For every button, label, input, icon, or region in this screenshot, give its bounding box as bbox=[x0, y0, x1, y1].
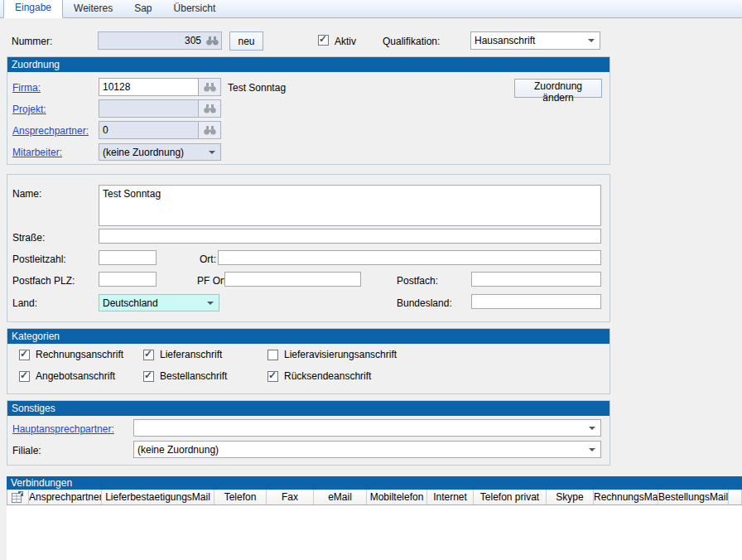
ansprechpartner-link[interactable]: Ansprechpartner: bbox=[12, 125, 89, 137]
angebotsanschrift-label: Angebotsanschrift bbox=[36, 370, 115, 382]
projekt-field bbox=[99, 99, 221, 118]
binoculars-search-icon[interactable] bbox=[203, 36, 221, 46]
qualifikation-select[interactable]: Hausanschrift bbox=[470, 31, 600, 50]
column-header-rechnungsmail[interactable]: RechnungsMa bbox=[594, 490, 658, 505]
nummer-field bbox=[98, 31, 222, 50]
checkbox-item-angebotsanschrift: Angebotsanschrift bbox=[19, 370, 115, 382]
postfach-input[interactable] bbox=[471, 272, 601, 287]
lieferavisierungsanschrift-label: Lieferavisierungsanschrift bbox=[284, 349, 397, 360]
hauptansprechpartner-select[interactable] bbox=[133, 419, 601, 437]
column-header-skype[interactable]: Skype bbox=[547, 490, 594, 505]
bestellanschrift-label: Bestellanschrift bbox=[160, 370, 227, 382]
ansprechpartner-field bbox=[99, 121, 221, 139]
rechnungsanschrift-checkbox[interactable] bbox=[19, 350, 30, 360]
verbindungen-table-header: Ansprechpartner LieferbestaetigungsMail … bbox=[7, 490, 742, 505]
chevron-down-icon bbox=[209, 151, 215, 154]
land-select[interactable]: Deutschland bbox=[99, 294, 219, 311]
firma-display-name: Test Sonntag bbox=[228, 82, 286, 94]
column-header-mobiltelefon[interactable]: Mobiltelefon bbox=[367, 490, 427, 505]
column-header-telefon[interactable]: Telefon bbox=[214, 490, 267, 505]
sonstiges-section-header: Sonstiges bbox=[7, 401, 610, 416]
column-header-filler bbox=[729, 490, 742, 505]
lieferanschrift-label: Lieferanschrift bbox=[160, 349, 222, 360]
zuordnung-section-header: Zuordnung bbox=[7, 57, 610, 72]
sonstiges-section: Sonstiges Hauptansprechpartner: Filiale:… bbox=[7, 400, 610, 466]
verbindungen-section: Verbindungen Ansprechpartner Lieferbesta… bbox=[7, 476, 742, 560]
postleitzahl-input[interactable] bbox=[99, 250, 157, 265]
chevron-down-icon bbox=[588, 39, 595, 42]
tab-strip: Eingabe Weiteres Sap Übersicht bbox=[0, 0, 742, 18]
verbindungen-table-body[interactable] bbox=[7, 505, 742, 560]
kategorien-section: Kategorien Rechnungsanschrift Lieferansc… bbox=[7, 328, 610, 394]
column-header-bestellungsmail[interactable]: BestellungsMail bbox=[658, 490, 729, 505]
bundesland-input[interactable] bbox=[471, 294, 601, 309]
strasse-label: Straße: bbox=[12, 232, 45, 244]
qualifikation-value: Hausanschrift bbox=[475, 35, 535, 46]
zuordnung-aendern-button[interactable]: Zuordnung ändern bbox=[514, 79, 602, 98]
tab-weiteres[interactable]: Weiteres bbox=[63, 0, 123, 17]
ansprechpartner-binoculars-icon[interactable] bbox=[199, 121, 221, 139]
angebotsanschrift-checkbox[interactable] bbox=[19, 371, 30, 382]
tab-eingabe[interactable]: Eingabe bbox=[3, 0, 63, 18]
name-textarea[interactable]: Test Sonntag bbox=[99, 185, 601, 226]
column-header-internet[interactable]: Internet bbox=[427, 490, 474, 505]
land-value: Deutschland bbox=[103, 297, 158, 309]
hauptansprechpartner-link[interactable]: Hauptansprechpartner: bbox=[12, 423, 114, 435]
checkbox-item-bestellanschrift: Bestellanschrift bbox=[143, 370, 227, 382]
qualifikation-label: Qualifikation: bbox=[383, 36, 440, 47]
zuordnung-section: Zuordnung Firma: Test Sonntag Zuordnung … bbox=[7, 56, 610, 165]
verbindungen-section-header: Verbindungen bbox=[7, 476, 742, 490]
postfach-label: Postfach: bbox=[397, 275, 438, 287]
tab-sap[interactable]: Sap bbox=[123, 0, 162, 17]
ruecksendeanschrift-checkbox[interactable] bbox=[267, 371, 278, 382]
firma-input[interactable] bbox=[99, 78, 199, 96]
column-header-telefon-privat[interactable]: Telefon privat bbox=[474, 490, 547, 505]
chevron-down-icon bbox=[207, 302, 214, 305]
mitarbeiter-link[interactable]: Mitarbeiter: bbox=[12, 147, 62, 158]
aktiv-label: Aktiv bbox=[335, 36, 356, 47]
lieferavisierungsanschrift-checkbox[interactable] bbox=[267, 350, 278, 360]
mitarbeiter-select[interactable]: (keine Zuordnung) bbox=[99, 143, 221, 161]
aktiv-checkbox[interactable] bbox=[318, 35, 329, 46]
postfach-plz-input[interactable] bbox=[99, 272, 157, 287]
checkbox-item-lieferanschrift: Lieferanschrift bbox=[143, 349, 222, 360]
bestellanschrift-checkbox[interactable] bbox=[143, 371, 154, 382]
strasse-input[interactable] bbox=[99, 229, 601, 244]
ansprechpartner-input[interactable] bbox=[99, 121, 199, 139]
grid-record-icon bbox=[12, 491, 24, 503]
address-form-page: Eingabe Weiteres Sap Übersicht Nummer: n… bbox=[0, 0, 742, 560]
firma-binoculars-icon[interactable] bbox=[199, 78, 221, 96]
column-header-ansprechpartner[interactable]: Ansprechpartner bbox=[29, 490, 102, 505]
ort-label: Ort: bbox=[200, 253, 216, 265]
projekt-binoculars-icon[interactable] bbox=[199, 99, 221, 118]
pf-ort-input[interactable] bbox=[224, 272, 361, 287]
neu-button[interactable]: neu bbox=[229, 31, 263, 51]
nummer-input[interactable] bbox=[99, 35, 203, 46]
column-header-fax[interactable]: Fax bbox=[267, 490, 314, 505]
postleitzahl-label: Postleitzahl: bbox=[12, 253, 66, 265]
checkbox-item-rechnungsanschrift: Rechnungsanschrift bbox=[19, 349, 123, 360]
firma-link[interactable]: Firma: bbox=[12, 82, 41, 94]
tab-uebersicht[interactable]: Übersicht bbox=[163, 0, 227, 17]
checkbox-item-lieferavisierungsanschrift: Lieferavisierungsanschrift bbox=[267, 349, 397, 360]
chevron-down-icon bbox=[589, 448, 595, 451]
bundesland-label: Bundesland: bbox=[397, 297, 452, 309]
checkbox-item-ruecksendeanschrift: Rücksendeanschrift bbox=[267, 370, 371, 382]
filiale-select[interactable]: (keine Zuordnung) bbox=[133, 441, 601, 458]
column-header-lieferbestaetigungsmail[interactable]: LieferbestaetigungsMail bbox=[102, 490, 214, 505]
rechnungsanschrift-label: Rechnungsanschrift bbox=[36, 349, 123, 360]
lieferanschrift-checkbox[interactable] bbox=[143, 350, 154, 360]
chevron-down-icon bbox=[589, 427, 595, 430]
record-selector-cell[interactable] bbox=[7, 490, 29, 505]
projekt-link[interactable]: Projekt: bbox=[12, 104, 46, 115]
mitarbeiter-value: (keine Zuordnung) bbox=[103, 147, 184, 158]
filiale-label: Filiale: bbox=[12, 445, 41, 456]
firma-field bbox=[99, 78, 221, 96]
projekt-input[interactable] bbox=[99, 99, 199, 118]
column-header-email[interactable]: eMail bbox=[314, 490, 367, 505]
filiale-value: (keine Zuordnung) bbox=[137, 444, 219, 456]
kategorien-section-header: Kategorien bbox=[7, 329, 610, 344]
postfach-plz-label: Postfach PLZ: bbox=[12, 275, 75, 287]
ruecksendeanschrift-label: Rücksendeanschrift bbox=[284, 370, 371, 382]
ort-input[interactable] bbox=[218, 250, 601, 265]
